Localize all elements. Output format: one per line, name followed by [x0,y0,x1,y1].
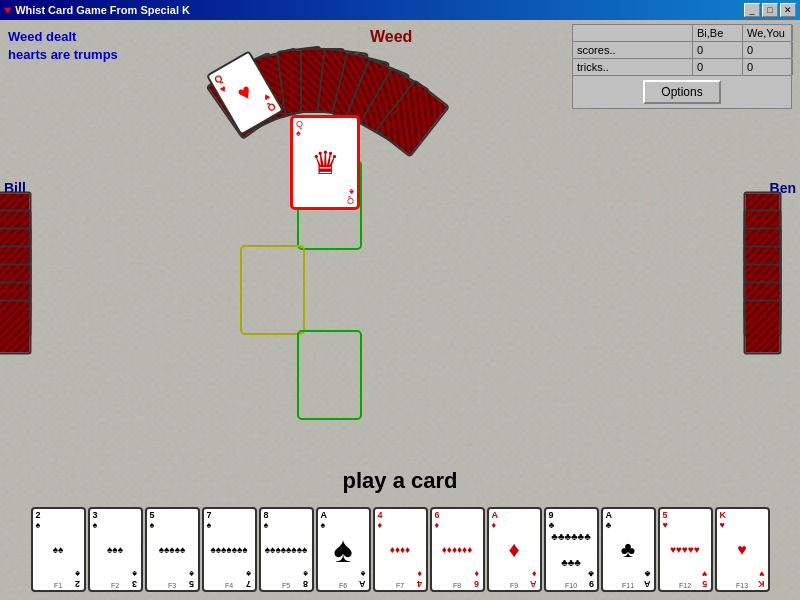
title-bar: ♥ Whist Card Game From Special K _ □ ✕ [0,0,800,20]
scores-header: Bi,Be We,You [573,25,791,42]
hand-card[interactable]: A♠ ♠ A♠ F6 [316,507,371,592]
hand-card[interactable]: K♥ ♥ K♥ F13 [715,507,770,592]
hand-card[interactable]: 7♠ ♠♠♠♠♠♠♠ 7♠ F4 [202,507,257,592]
window-controls[interactable]: _ □ ✕ [744,3,796,17]
scores-row: scores.. 0 0 [573,42,791,59]
scores-label: scores.. [573,42,693,58]
ben-card [744,300,782,355]
hand-card[interactable]: 3♠ ♠♠♠ 3♠ F2 [88,507,143,592]
bi-be-score: 0 [693,42,743,58]
we-you-score: 0 [743,42,793,58]
queen-figure: ♛ [311,144,340,182]
heart-icon: ♥ [4,3,11,17]
weed-hand: Q♥ ♥ Q♥ [220,48,520,138]
close-button[interactable]: ✕ [780,3,796,17]
we-you-tricks: 0 [743,59,793,75]
play-prompt: play a card [0,468,800,494]
scores-panel: Bi,Be We,You scores.. 0 0 tricks.. 0 0 O… [572,24,792,109]
play-slot-left [240,245,305,335]
title-bar-title: ♥ Whist Card Game From Special K [4,3,190,17]
status-text: Weed dealt hearts are trumps [8,28,118,64]
play-slot-bottom [297,330,362,420]
bill-card [0,300,32,355]
hand-card[interactable]: 4♦ ♦♦♦♦ 4♦ F7 [373,507,428,592]
hand-card[interactable]: 5♠ ♠♠♠♠♠ 5♠ F3 [145,507,200,592]
bill-hand [0,200,65,340]
player-hand: 2♠ ♠♠ 2♠ F1 3♠ ♠♠♠ 3♠ F2 5♠ ♠♠♠♠♠ 5♠ F3 … [0,492,800,592]
header-we-you: We,You [743,25,793,41]
hand-card[interactable]: A♦ ♦ A♦ F9 [487,507,542,592]
maximize-button[interactable]: □ [762,3,778,17]
hand-card[interactable]: 5♥ ♥♥♥♥♥ 5♥ F12 [658,507,713,592]
hand-card[interactable]: A♣ ♣ A♣ F11 [601,507,656,592]
played-card-corner-tl: Q♠ [296,120,303,138]
player-label-weed: Weed [370,28,412,46]
played-card-corner-br: Q♠ [347,187,354,205]
game-area: Weed dealt hearts are trumps Bi,Be We,Yo… [0,20,800,600]
header-bi-be: Bi,Be [693,25,743,41]
header-empty [573,25,693,41]
hand-card[interactable]: 8♠ ♠♠♠♠♠♠♠♠ 8♠ F5 [259,507,314,592]
options-button[interactable]: Options [643,80,720,104]
bi-be-tricks: 0 [693,59,743,75]
tricks-row: tricks.. 0 0 [573,59,791,76]
hand-card[interactable]: 2♠ ♠♠ 2♠ F1 [31,507,86,592]
hand-card[interactable]: 6♦ ♦♦♦♦♦♦ 6♦ F8 [430,507,485,592]
played-card: Q♠ ♛ Q♠ [290,115,360,210]
tricks-label: tricks.. [573,59,693,75]
hand-card[interactable]: 9♣ ♣♣♣♣♣♣♣♣♣ 9♣ F10 [544,507,599,592]
ben-hand [735,200,800,340]
minimize-button[interactable]: _ [744,3,760,17]
